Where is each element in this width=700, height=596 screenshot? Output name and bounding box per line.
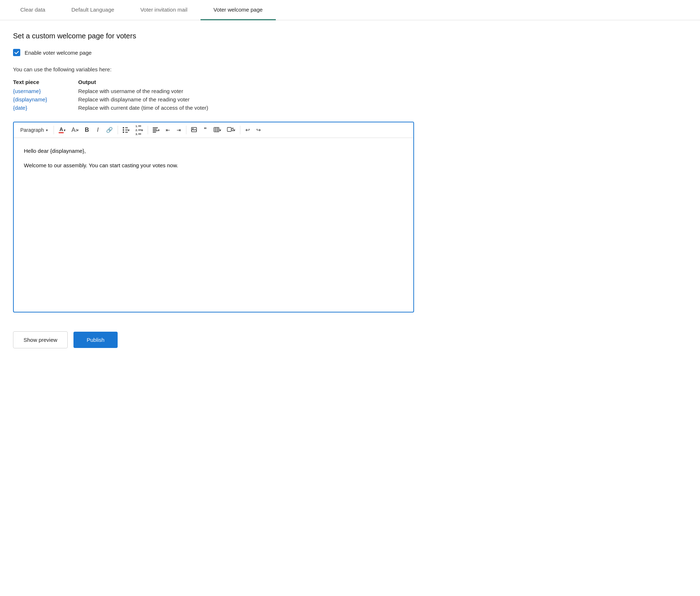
link-icon: 🔗 <box>106 127 113 133</box>
bold-icon: B <box>85 127 89 133</box>
variable-row-displayname: {displayname} Replace with displayname o… <box>13 96 414 102</box>
indent-increase-button[interactable]: ⇥ <box>174 125 184 135</box>
main-content: Set a custom welcome page for voters Ena… <box>0 32 427 356</box>
variable-desc-date: Replace with current date (time of acces… <box>78 105 208 111</box>
col-header-text-piece: Text piece <box>13 79 78 85</box>
footer-actions: Show preview Publish <box>13 324 414 356</box>
italic-icon: I <box>97 127 98 133</box>
tab-voter-welcome-page[interactable]: Voter welcome page <box>201 0 276 20</box>
bullet-list-button[interactable]: ▾ <box>120 125 132 135</box>
divider-4 <box>186 126 186 134</box>
font-size-chevron: ▾ <box>77 128 79 132</box>
undo-icon: ↩ <box>245 127 250 133</box>
font-size-button[interactable]: AI ▾ <box>69 125 81 135</box>
indent-increase-icon: ⇥ <box>177 127 181 133</box>
enable-voter-welcome-label: Enable voter welcome page <box>25 50 92 56</box>
italic-button[interactable]: I <box>93 125 103 135</box>
variable-name-date: {date} <box>13 105 78 111</box>
image-button[interactable] <box>189 125 199 135</box>
variable-name-displayname: {displayname} <box>13 96 78 102</box>
align-icon <box>153 127 158 133</box>
svg-rect-7 <box>227 127 231 131</box>
publish-button[interactable]: Publish <box>73 332 117 348</box>
divider-3 <box>148 126 148 134</box>
editor-line-1: Hello dear {displayname}, <box>24 147 403 155</box>
variable-row-date: {date} Replace with current date (time o… <box>13 105 414 111</box>
editor-wrapper: Paragraph ▾ A ▾ AI ▾ B <box>13 122 414 312</box>
redo-icon: ↪ <box>256 127 261 133</box>
video-icon <box>227 127 233 133</box>
divider-5 <box>240 126 240 134</box>
variable-desc-username: Replace with username of the reading vot… <box>78 88 183 94</box>
text-color-chevron: ▾ <box>64 128 66 132</box>
divider-2 <box>118 126 118 134</box>
variable-desc-displayname: Replace with displayname of the reading … <box>78 96 190 102</box>
numbered-list-button[interactable]: 1. 2. 3. ▾ <box>133 125 146 135</box>
paragraph-format-label: Paragraph <box>20 127 44 133</box>
undo-button[interactable]: ↩ <box>243 125 253 135</box>
bullet-list-icon <box>123 127 128 133</box>
editor-line-2: Welcome to our assembly. You can start c… <box>24 161 403 170</box>
video-button[interactable]: ▾ <box>224 125 238 135</box>
svg-rect-0 <box>191 127 197 132</box>
editor-toolbar: Paragraph ▾ A ▾ AI ▾ B <box>14 122 413 138</box>
numbered-list-icon: 1. 2. 3. <box>135 125 141 136</box>
text-color-icon: A <box>59 127 64 133</box>
enable-voter-welcome-checkbox[interactable] <box>13 49 20 56</box>
indent-decrease-button[interactable]: ⇤ <box>163 125 173 135</box>
col-header-output: Output <box>78 79 96 85</box>
tab-voter-invitation-mail[interactable]: Voter invitation mail <box>127 0 201 20</box>
bold-button[interactable]: B <box>82 125 92 135</box>
tab-bar: Clear data Default Language Voter invita… <box>0 0 700 20</box>
table-icon <box>214 127 219 133</box>
tab-default-language[interactable]: Default Language <box>58 0 127 20</box>
svg-rect-2 <box>214 127 219 132</box>
video-chevron: ▾ <box>233 128 235 132</box>
link-button[interactable]: 🔗 <box>104 125 115 135</box>
tab-clear-data[interactable]: Clear data <box>7 0 58 20</box>
enable-checkbox-row: Enable voter welcome page <box>13 49 414 56</box>
numbered-list-chevron: ▾ <box>141 128 143 132</box>
checkmark-icon <box>14 50 19 55</box>
editor-content-area[interactable]: Hello dear {displayname}, Welcome to our… <box>14 138 413 312</box>
paragraph-format-chevron: ▾ <box>46 128 48 132</box>
text-color-button[interactable]: A ▾ <box>56 125 68 135</box>
table-chevron: ▾ <box>219 128 221 132</box>
bullet-list-chevron: ▾ <box>128 128 130 132</box>
indent-decrease-icon: ⇤ <box>166 127 170 133</box>
variable-row-username: {username} Replace with username of the … <box>13 88 414 94</box>
paragraph-format-select[interactable]: Paragraph ▾ <box>17 125 51 135</box>
page-title: Set a custom welcome page for voters <box>13 32 414 40</box>
quote-button[interactable]: " <box>200 125 210 135</box>
variables-intro: You can use the following variables here… <box>13 66 414 72</box>
table-button[interactable]: ▾ <box>211 125 224 135</box>
variables-table: Text piece Output {username} Replace wit… <box>13 79 414 111</box>
show-preview-button[interactable]: Show preview <box>13 331 68 348</box>
font-size-icon: AI <box>71 127 77 133</box>
quote-icon: " <box>204 127 207 133</box>
redo-button[interactable]: ↪ <box>253 125 263 135</box>
align-button[interactable]: ▾ <box>150 125 162 135</box>
variable-name-username: {username} <box>13 88 78 94</box>
divider-1 <box>54 126 54 134</box>
align-chevron: ▾ <box>158 128 160 132</box>
image-icon <box>191 127 197 133</box>
variables-table-header: Text piece Output <box>13 79 414 85</box>
